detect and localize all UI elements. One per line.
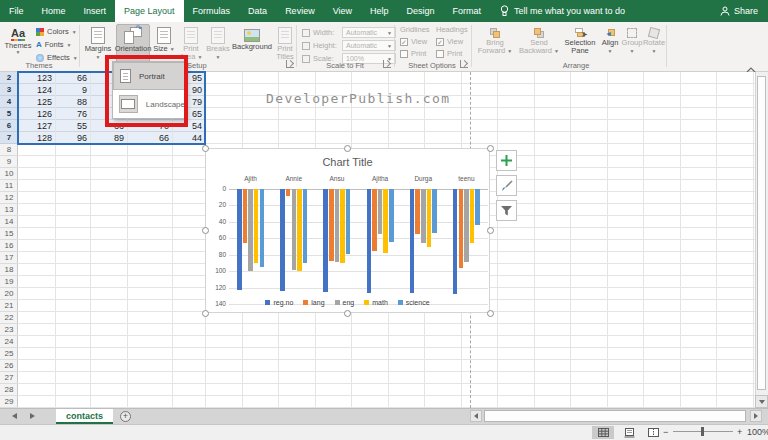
share-button[interactable]: Share	[720, 0, 768, 22]
tab-home[interactable]: Home	[33, 0, 75, 22]
row-header-3[interactable]: 3	[0, 84, 18, 96]
chart-styles-brush-icon[interactable]	[496, 175, 517, 196]
row-header-20[interactable]: 20	[0, 288, 18, 300]
chart-object[interactable]: Chart Title 020406080100120140AjithAnnie…	[205, 148, 490, 313]
bar-math-teenu	[470, 189, 475, 243]
row-headers[interactable]: 2345678910111213141516171819202122232425…	[0, 72, 18, 408]
tab-design[interactable]: Design	[398, 0, 444, 22]
row-header-17[interactable]: 17	[0, 252, 18, 264]
sheet-options-dialog-launcher-icon[interactable]	[460, 60, 468, 68]
chart-resize-handle[interactable]	[344, 310, 351, 317]
align-button[interactable]: ◄Align ▼	[600, 24, 620, 66]
horizontal-scrollbar-thumb[interactable]	[484, 410, 746, 422]
tab-view[interactable]: View	[324, 0, 361, 22]
zoom-slider-thumb[interactable]	[701, 427, 704, 436]
row-header-16[interactable]: 16	[0, 240, 18, 252]
chart-filters-funnel-icon[interactable]	[496, 200, 517, 221]
zoom-out-minus[interactable]: −	[663, 427, 668, 437]
row-header-2[interactable]: 2	[0, 72, 18, 84]
bar-lang-Ajith	[243, 189, 248, 243]
tab-review[interactable]: Review	[276, 0, 324, 22]
row-header-27[interactable]: 27	[0, 372, 18, 384]
row-header-14[interactable]: 14	[0, 216, 18, 228]
row-header-24[interactable]: 24	[0, 336, 18, 348]
category-label: Ajitha	[359, 175, 402, 182]
tab-insert[interactable]: Insert	[75, 0, 116, 22]
row-header-10[interactable]: 10	[0, 168, 18, 180]
tab-file[interactable]: File	[0, 0, 33, 22]
vertical-scrollbar-thumb[interactable]	[757, 76, 766, 390]
chart-title[interactable]: Chart Title	[206, 156, 489, 168]
scale-to-fit-dialog-launcher-icon[interactable]	[383, 60, 391, 68]
vscroll-down-arrow[interactable]	[755, 395, 768, 408]
row-header-13[interactable]: 13	[0, 204, 18, 216]
bar-math-Ansu	[340, 189, 345, 263]
chart-resize-handle[interactable]	[344, 145, 351, 152]
chart-resize-handle[interactable]	[487, 310, 494, 317]
sheet-options-group-label: Sheet Options	[402, 61, 462, 70]
hscroll-left-arrow[interactable]	[470, 410, 482, 422]
value-axis-tick: 120	[206, 284, 226, 291]
selection-pane-button[interactable]: ➤Selection Pane	[562, 24, 598, 66]
tell-me-box[interactable]: Tell me what you want to do	[500, 0, 625, 22]
next-sheet-arrow-icon[interactable]	[30, 413, 35, 419]
bar-reg.no-Ansu	[323, 189, 328, 292]
bar-eng-teenu	[464, 189, 469, 262]
row-header-18[interactable]: 18	[0, 264, 18, 276]
tab-data[interactable]: Data	[239, 0, 276, 22]
chart-resize-handle[interactable]	[202, 310, 209, 317]
row-header-19[interactable]: 19	[0, 276, 18, 288]
chart-elements-plus-icon[interactable]	[496, 150, 517, 171]
bar-math-Ajith	[254, 189, 259, 263]
page-setup-dialog-launcher-icon[interactable]	[286, 60, 294, 68]
themes-button[interactable]: Aa Themes ▼	[3, 24, 33, 66]
colors-button[interactable]: Colors▼	[36, 27, 77, 36]
tab-help[interactable]: Help	[361, 0, 398, 22]
fonts-button[interactable]: AFonts▼	[36, 40, 72, 49]
row-header-29[interactable]: 29	[0, 396, 18, 408]
row-header-4[interactable]: 4	[0, 96, 18, 108]
bar-science-Durga	[432, 189, 437, 233]
background-button[interactable]: Background	[232, 24, 272, 66]
row-header-23[interactable]: 23	[0, 324, 18, 336]
row-header-15[interactable]: 15	[0, 228, 18, 240]
view-normal-button[interactable]	[592, 426, 614, 439]
tab-page-layout[interactable]: Page Layout	[115, 0, 184, 22]
sheet-tab-contacts[interactable]: contacts	[56, 409, 113, 424]
row-header-7[interactable]: 7	[0, 132, 18, 144]
legend-item-reg.no: reg.no	[265, 299, 293, 306]
row-header-25[interactable]: 25	[0, 348, 18, 360]
row-header-22[interactable]: 22	[0, 312, 18, 324]
row-header-9[interactable]: 9	[0, 156, 18, 168]
breaks-button: Breaks ▼	[206, 24, 230, 66]
row-header-28[interactable]: 28	[0, 384, 18, 396]
chart-legend[interactable]: reg.nolangengmathscience	[206, 299, 489, 306]
view-page-layout-button[interactable]	[618, 426, 640, 439]
tab-format[interactable]: Format	[444, 0, 491, 22]
bar-reg.no-Ajith	[237, 189, 242, 290]
chart-resize-handle[interactable]	[487, 145, 494, 152]
hscroll-right-arrow[interactable]	[750, 410, 762, 422]
value-axis-tick: 80	[206, 251, 226, 258]
normal-view-grid-icon	[598, 428, 609, 437]
prev-sheet-arrow-icon[interactable]	[12, 413, 17, 419]
chart-resize-handle[interactable]	[202, 145, 209, 152]
chart-resize-handle[interactable]	[202, 227, 209, 234]
row-header-11[interactable]: 11	[0, 180, 18, 192]
row-header-21[interactable]: 21	[0, 300, 18, 312]
zoom-level: 100%	[747, 427, 768, 437]
bar-lang-Durga	[415, 189, 420, 234]
row-header-6[interactable]: 6	[0, 120, 18, 132]
chart-resize-handle[interactable]	[487, 227, 494, 234]
row-header-8[interactable]: 8	[0, 144, 18, 156]
bar-eng-Ajitha	[378, 189, 383, 234]
row-header-12[interactable]: 12	[0, 192, 18, 204]
bar-science-Annie	[303, 189, 308, 263]
new-sheet-plus-icon[interactable]: +	[120, 411, 131, 422]
share-label: Share	[734, 6, 758, 16]
view-page-break-button[interactable]	[642, 426, 664, 439]
row-header-5[interactable]: 5	[0, 108, 18, 120]
row-header-26[interactable]: 26	[0, 360, 18, 372]
zoom-in-plus[interactable]: +	[737, 427, 742, 437]
tab-formulas[interactable]: Formulas	[184, 0, 240, 22]
